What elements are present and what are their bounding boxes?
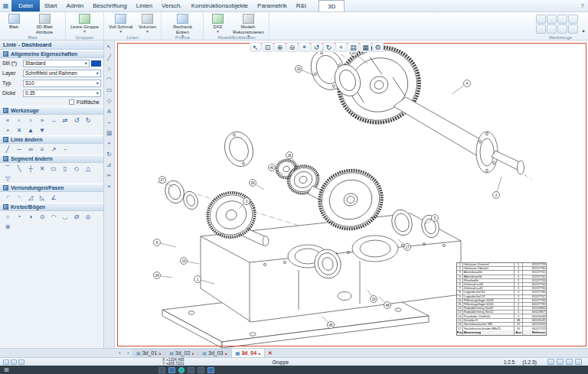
ribbon-tool-icon[interactable] bbox=[536, 15, 546, 24]
status-icon[interactable] bbox=[547, 359, 554, 365]
tool-icon[interactable]: ▯ bbox=[60, 164, 70, 173]
layer-select[interactable]: Schriftfeld und Rahmen▼ bbox=[23, 70, 101, 77]
tool-icon[interactable]: ◠ bbox=[48, 212, 59, 221]
tool-icon[interactable]: ▲ bbox=[25, 125, 36, 135]
tool-icon[interactable]: ▽ bbox=[2, 174, 13, 183]
section-header-edit-line[interactable]: Linie ändern bbox=[0, 135, 103, 144]
tool-icon[interactable]: ≡ bbox=[37, 145, 47, 154]
tool-icon[interactable]: ▼ bbox=[37, 125, 47, 135]
status-icon[interactable] bbox=[3, 359, 9, 365]
taskbar-app-icon[interactable] bbox=[168, 367, 175, 373]
strip-tool-icon[interactable]: ↻ bbox=[105, 150, 114, 158]
menu-tab[interactable]: Versch. bbox=[157, 0, 187, 11]
sheet-button[interactable]: Blatt bbox=[3, 13, 24, 31]
tool-icon[interactable]: ↗ bbox=[48, 145, 59, 154]
tool-icon[interactable]: + bbox=[2, 125, 13, 135]
tool-icon[interactable]: ↔ bbox=[48, 115, 59, 125]
tool-icon[interactable]: ◜ bbox=[2, 193, 13, 202]
tool-icon[interactable]: ○ bbox=[2, 212, 13, 221]
tool-icon[interactable]: ◝ bbox=[14, 193, 24, 202]
section-header-tools[interactable]: Werkzeuge bbox=[0, 106, 103, 115]
menu-tab[interactable]: Beschriftung bbox=[88, 0, 131, 11]
ribbon-collapse-icon[interactable]: ▲ bbox=[581, 28, 586, 33]
ribbon-tool-icon[interactable] bbox=[557, 15, 567, 24]
tool-icon[interactable]: ╱ bbox=[2, 145, 13, 154]
document-tab[interactable]: ▤ 3d_04 ● bbox=[232, 349, 266, 357]
style-select[interactable]: Standard▼ bbox=[23, 60, 90, 67]
tool-icon[interactable]: ◔ bbox=[14, 212, 24, 221]
taskbar-app-icon[interactable] bbox=[188, 367, 194, 373]
tool-icon[interactable]: ⊕ bbox=[2, 222, 13, 231]
tool-icon[interactable]: › bbox=[25, 115, 36, 125]
tool-icon[interactable]: ◎ bbox=[83, 212, 93, 221]
tool-icon[interactable]: » bbox=[37, 115, 47, 125]
chat-app-icon[interactable] bbox=[178, 367, 185, 373]
menu-tab[interactable]: Start bbox=[40, 0, 62, 11]
view-tool-icon[interactable]: ↻ bbox=[323, 42, 335, 52]
dxz-button[interactable]: DXZ ▼ bbox=[207, 13, 228, 34]
tool-icon[interactable]: ~ bbox=[60, 145, 70, 154]
tool-icon[interactable]: ⊙ bbox=[37, 212, 47, 221]
fill-checkbox[interactable] bbox=[69, 99, 74, 105]
view-tool-icon[interactable]: ⊡ bbox=[262, 42, 273, 52]
strip-tool-icon[interactable]: A bbox=[105, 107, 114, 115]
status-icon[interactable] bbox=[11, 359, 17, 365]
view-tool-icon[interactable]: ⌖ bbox=[299, 42, 310, 52]
view-tool-icon[interactable]: + bbox=[335, 42, 347, 52]
tool-icon[interactable]: ┼ bbox=[25, 164, 36, 173]
menu-tab[interactable]: Linien bbox=[132, 0, 157, 11]
tool-icon[interactable]: ✕ bbox=[14, 125, 24, 135]
status-icon[interactable] bbox=[18, 359, 24, 365]
strip-tool-icon[interactable]: + bbox=[105, 139, 114, 148]
status-icon[interactable] bbox=[575, 359, 582, 365]
strip-tool-icon[interactable]: ╱ bbox=[105, 54, 114, 62]
strip-tool-icon[interactable]: ↔ bbox=[105, 118, 114, 126]
tool-icon[interactable]: ◡ bbox=[60, 212, 70, 221]
view-tool-icon[interactable]: ⊕ bbox=[274, 42, 286, 52]
view-tool-icon[interactable]: ↺ bbox=[311, 42, 322, 52]
strip-tool-icon[interactable]: ▨ bbox=[105, 128, 114, 137]
menu-tab-3d-active[interactable]: 3D bbox=[318, 0, 345, 11]
tool-icon[interactable]: Ø bbox=[71, 212, 82, 221]
view-tool-icon[interactable]: ▦ bbox=[360, 42, 371, 52]
tool-icon[interactable]: ↻ bbox=[83, 115, 93, 125]
tool-icon[interactable]: ◺ bbox=[37, 193, 47, 202]
menu-tab[interactable]: Admin bbox=[62, 0, 89, 11]
tool-icon[interactable]: ⌒ bbox=[2, 164, 13, 173]
line-color-swatch[interactable] bbox=[91, 60, 101, 67]
volume-button[interactable]: Volumen ▼ bbox=[136, 13, 158, 34]
drawing-canvas[interactable]: 192342164026327610341334845175 1 Gehäuse… bbox=[115, 41, 588, 348]
ribbon-tool-icon[interactable] bbox=[568, 15, 578, 24]
tool-icon[interactable]: ◿ bbox=[25, 193, 36, 202]
taskbar-app-icon[interactable] bbox=[207, 367, 214, 373]
view-tool-icon[interactable]: ↖ bbox=[250, 42, 261, 52]
sheet-scale[interactable]: 1:2.5 bbox=[504, 359, 514, 365]
tab-close-icon[interactable]: ✕ bbox=[265, 349, 275, 357]
section-header-edit-segment[interactable]: Segment ändern bbox=[0, 154, 103, 163]
menu-tab[interactable]: Parametrik bbox=[253, 0, 292, 11]
tool-icon[interactable]: ─ bbox=[14, 145, 24, 154]
view-tool-icon[interactable]: ⚙ bbox=[372, 42, 384, 52]
sheet-attributes-button[interactable]: 3D Blatt Attribute bbox=[27, 13, 62, 35]
strip-tool-icon[interactable]: × bbox=[105, 182, 114, 190]
strip-tool-icon[interactable]: ◇ bbox=[105, 96, 114, 105]
section-header-properties[interactable]: Allgemeine Eigenschaften bbox=[0, 50, 103, 58]
tool-icon[interactable]: △ bbox=[83, 164, 93, 173]
type-select[interactable]: S10▼ bbox=[23, 80, 101, 87]
tool-icon[interactable]: ↺ bbox=[71, 115, 82, 125]
tool-icon[interactable]: ═ bbox=[25, 145, 36, 154]
section-header-circles[interactable]: Kreise/Bögen bbox=[0, 203, 103, 211]
tool-icon[interactable]: ╲ bbox=[14, 164, 24, 173]
ribbon-tool-icon[interactable] bbox=[557, 24, 567, 34]
tab-scroll-right-icon[interactable]: › bbox=[124, 349, 132, 357]
section-header-fillets[interactable]: Verrundungen/Fasen bbox=[0, 184, 103, 192]
strip-tool-icon[interactable]: ○ bbox=[105, 64, 114, 73]
taskbar-app-icon[interactable] bbox=[198, 367, 204, 373]
tool-icon[interactable]: ◑ bbox=[25, 212, 36, 221]
taskbar-app-icon[interactable] bbox=[158, 367, 165, 373]
strip-tool-icon[interactable]: ✂ bbox=[105, 171, 114, 180]
view-tool-icon[interactable]: ⊖ bbox=[286, 42, 298, 52]
strip-tool-icon[interactable]: ◠ bbox=[105, 75, 114, 83]
document-tab[interactable]: ▤ 3d_03 ● bbox=[198, 349, 231, 357]
view-tool-icon[interactable]: ▤ bbox=[348, 42, 359, 52]
